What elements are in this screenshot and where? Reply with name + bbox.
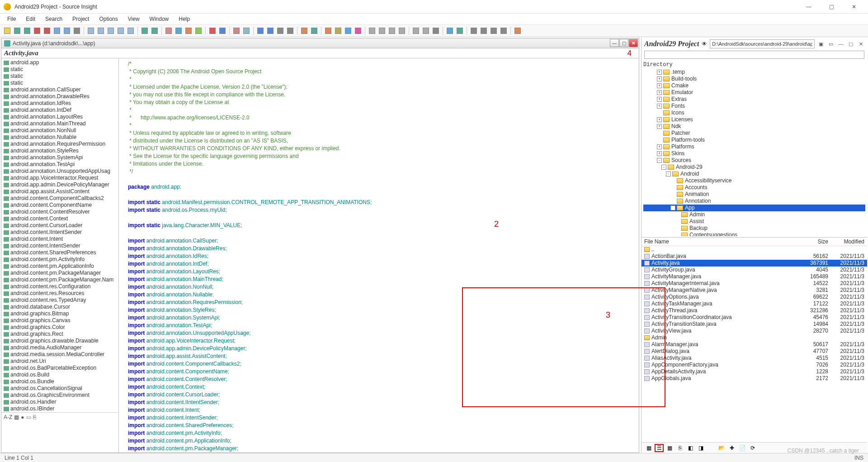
tree-item[interactable]: Assist xyxy=(643,218,865,225)
toolbar-btn-30[interactable] xyxy=(266,26,275,35)
ptb-5[interactable]: ◧ xyxy=(686,444,695,452)
toolbar-btn-27[interactable] xyxy=(242,26,251,35)
symbol-item[interactable]: android.app.assist.AssistContent xyxy=(1,188,118,195)
symbol-item[interactable]: android.content.ComponentCallbacks2 xyxy=(1,195,118,202)
tree-item[interactable]: -Android xyxy=(643,171,865,177)
toolbar-btn-3[interactable] xyxy=(33,26,42,35)
toolbar-btn-52[interactable] xyxy=(455,26,464,35)
symbol-item[interactable]: android.graphics.drawable.Drawable xyxy=(1,338,118,344)
file-row[interactable]: AlertDialog.java477072021/11/3 xyxy=(642,348,867,355)
toolbar-btn-5[interactable] xyxy=(52,26,61,35)
toolbar-btn-56[interactable] xyxy=(489,26,498,35)
toolbar-btn-11[interactable] xyxy=(106,26,115,35)
sym-btn-1[interactable]: ▦ xyxy=(14,414,19,420)
ptb-6[interactable]: ◨ xyxy=(696,444,705,452)
symbol-item[interactable]: android.content.ContentResolver xyxy=(1,209,118,215)
maximize-button[interactable]: ▢ xyxy=(821,0,842,13)
toolbar-btn-35[interactable] xyxy=(310,26,319,35)
file-row[interactable]: ActivityManager.java1654892021/11/3 xyxy=(642,273,867,280)
toolbar-btn-0[interactable] xyxy=(3,26,12,35)
file-row[interactable]: ActivityTransitionCoordinator.java454762… xyxy=(642,314,867,321)
sym-btn-2[interactable]: ● xyxy=(21,414,24,420)
symbol-item[interactable]: android.graphics.Rect xyxy=(1,331,118,338)
menu-project[interactable]: Project xyxy=(68,14,94,24)
file-row[interactable]: ActivityManagerInternal.java145222021/11… xyxy=(642,280,867,287)
symbol-item[interactable]: android.content.SharedPreferences xyxy=(1,249,118,256)
symbol-item[interactable]: android.content.pm.ActivityInfo xyxy=(1,256,118,263)
minimize-button[interactable]: — xyxy=(798,0,819,13)
file-row[interactable]: ActivityOptions.java696222021/11/3 xyxy=(642,294,867,300)
toolbar-btn-29[interactable] xyxy=(256,26,265,35)
symbol-item[interactable]: android.content.res.Resources xyxy=(1,290,118,297)
ptb-doc[interactable]: 📄 xyxy=(738,444,747,452)
symbol-item[interactable]: android.annotation.CallSuper xyxy=(1,86,118,93)
symbol-item[interactable]: android.os.Bundle xyxy=(1,378,118,385)
close-button[interactable]: ✕ xyxy=(844,0,864,13)
toolbar-btn-6[interactable] xyxy=(62,26,71,35)
symbol-item[interactable]: android.content.IIntentSender xyxy=(1,229,118,236)
toolbar-btn-10[interactable] xyxy=(96,26,105,35)
symbol-pane[interactable]: android.appstaticstaticstaticandroid.ann… xyxy=(1,58,119,452)
tree-item[interactable]: Backup xyxy=(643,225,865,232)
toolbar-btn-24[interactable] xyxy=(218,26,227,35)
ptb-refresh[interactable]: ⟳ xyxy=(748,444,757,452)
symbol-item[interactable]: android.app.VoiceInteractor.Request xyxy=(1,175,118,181)
file-row[interactable]: ActivityManagerNative.java32812021/11/3 xyxy=(642,287,867,294)
symbol-item[interactable]: android.content.CursorLoader xyxy=(1,222,118,229)
toolbar-btn-2[interactable] xyxy=(23,26,32,35)
symbol-item[interactable]: android.annotation.UnsupportedAppUsag xyxy=(1,168,118,175)
symbol-item[interactable]: static xyxy=(1,66,118,73)
file-row[interactable]: AlarmManager.java506172021/11/3 xyxy=(642,341,867,348)
ptb-new[interactable]: ✚ xyxy=(727,444,736,452)
proj-btn-2[interactable]: ▭ xyxy=(827,40,835,48)
symbol-item[interactable]: android.annotation.TestApi xyxy=(1,161,118,168)
tree-item[interactable]: +Build-tools xyxy=(643,76,865,82)
toolbar-btn-12[interactable] xyxy=(116,26,125,35)
symbol-item[interactable]: android.os.BadParcelableException xyxy=(1,365,118,372)
toolbar-btn-1[interactable] xyxy=(13,26,22,35)
toolbar-btn-51[interactable] xyxy=(445,26,454,35)
toolbar-btn-4[interactable] xyxy=(42,26,52,35)
file-row[interactable]: .. xyxy=(642,246,867,253)
tree-item[interactable]: Platform-tools xyxy=(643,137,865,143)
toolbar-btn-38[interactable] xyxy=(334,26,343,35)
editor-maximize-button[interactable]: ▢ xyxy=(619,39,628,47)
ptb-4[interactable]: ⎘ xyxy=(675,444,684,452)
symbol-item[interactable]: static xyxy=(1,73,118,80)
symbol-item[interactable]: android.app.admin.DevicePolicyManager xyxy=(1,181,118,188)
symbol-item[interactable]: android.os.IBinder xyxy=(1,405,118,412)
tree-item[interactable]: +Emulator xyxy=(643,89,865,96)
tree-item[interactable]: Contentsuggestions xyxy=(643,232,865,236)
toolbar-btn-49[interactable] xyxy=(431,26,440,35)
symbol-item[interactable]: android.content.res.TypedArray xyxy=(1,297,118,304)
ptb-2-list-view[interactable]: ☰ xyxy=(655,444,664,452)
toolbar-btn-19[interactable] xyxy=(174,26,183,35)
symbol-item[interactable]: android.os.Handler xyxy=(1,399,118,405)
col-modified[interactable]: Modified xyxy=(828,238,864,245)
symbol-item[interactable]: android.app xyxy=(1,59,118,66)
tree-item[interactable]: +Cmake xyxy=(643,82,865,89)
col-filename[interactable]: File Name xyxy=(644,238,801,245)
tree-item[interactable]: +Extras xyxy=(643,96,865,103)
menu-search[interactable]: Search xyxy=(41,14,67,24)
tree-item[interactable]: Patcher xyxy=(643,130,865,137)
file-row[interactable]: Admin xyxy=(642,334,867,341)
sym-btn-4[interactable]: ⎘ xyxy=(33,414,36,420)
symbol-item[interactable]: android.graphics.Bitmap xyxy=(1,310,118,317)
proj-btn-3[interactable]: — xyxy=(837,40,844,48)
proj-btn-1[interactable]: ▣ xyxy=(817,40,825,48)
project-filter-input[interactable] xyxy=(644,51,864,59)
menu-options[interactable]: Options xyxy=(94,14,122,24)
tree-item[interactable]: +Fonts xyxy=(643,103,865,110)
directory-tree[interactable]: +.temp +Build-tools +Cmake +Emulator +Ex… xyxy=(643,69,865,236)
tree-item[interactable]: -Android-29 xyxy=(643,164,865,171)
file-row[interactable]: ActivityTransitionState.java149842021/11… xyxy=(642,321,867,328)
toolbar-btn-44[interactable] xyxy=(387,26,396,35)
symbol-item[interactable]: android.content.pm.PackageManager xyxy=(1,270,118,276)
tree-item[interactable]: Icons xyxy=(643,110,865,116)
toolbar-btn-40[interactable] xyxy=(354,26,363,35)
file-list[interactable]: ..ActionBar.java561622021/11/3Activity.j… xyxy=(642,246,867,442)
toolbar-btn-42[interactable] xyxy=(368,26,377,35)
ptb-1[interactable]: ▦ xyxy=(644,444,653,452)
file-row[interactable]: ActivityTaskManager.java171222021/11/3 xyxy=(642,300,867,307)
